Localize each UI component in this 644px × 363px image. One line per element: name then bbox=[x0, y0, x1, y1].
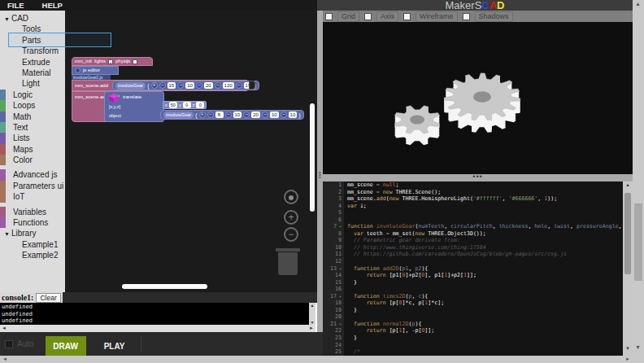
code-editor[interactable]: 1mm_scene = null;2mm_scene = new THREE.S… bbox=[323, 182, 633, 356]
arg-value-field[interactable]: 8 bbox=[215, 112, 224, 118]
grid-checkbox[interactable] bbox=[325, 13, 333, 20]
sidebar-item-color[interactable]: Color bbox=[0, 155, 65, 165]
remove-arg-icon[interactable]: − bbox=[177, 82, 184, 89]
scroll-right-icon[interactable]: ► bbox=[625, 356, 630, 363]
involute-gear-call-2[interactable]: involuteGear(+−8−10−20−10−10) bbox=[160, 110, 304, 120]
sidebar-item-material[interactable]: Material bbox=[0, 68, 65, 78]
add-arg-icon[interactable]: + bbox=[199, 112, 206, 118]
console-horizontal-scrollbar[interactable]: ◄ ► bbox=[0, 325, 315, 332]
sidebar-item-math[interactable]: Math bbox=[0, 112, 65, 122]
remove-arg-icon[interactable]: − bbox=[159, 82, 166, 89]
fold-marker-icon[interactable]: ▾ bbox=[337, 224, 342, 229]
sidebar-item-iot[interactable]: IoT bbox=[0, 191, 65, 202]
play-button[interactable]: PLAY bbox=[97, 336, 133, 356]
editor-line[interactable]: 2mm_scene = new THREE.Scene(); bbox=[323, 189, 633, 196]
3d-viewport[interactable] bbox=[323, 22, 633, 174]
page-vertical-scrollbar[interactable]: ▲ ▼ bbox=[633, 0, 644, 363]
menu-help[interactable]: HELP bbox=[42, 1, 63, 10]
arg-value-field[interactable]: 10 bbox=[185, 82, 194, 89]
scroll-up-icon[interactable]: ▲ bbox=[311, 303, 315, 308]
scroll-left-icon[interactable]: ◄ bbox=[2, 325, 7, 332]
sidebar-item-variables[interactable]: Variables bbox=[0, 207, 65, 217]
sidebar-item-light[interactable]: Light bbox=[0, 78, 65, 89]
remove-arg-icon[interactable]: − bbox=[236, 82, 242, 89]
zoom-reset-button[interactable] bbox=[284, 190, 298, 204]
shadows-checkbox[interactable] bbox=[463, 13, 470, 20]
vertical-splitter[interactable]: ••• bbox=[317, 11, 323, 356]
editor-line[interactable]: 8 var teeth = mm_set(new THREE.Object3D(… bbox=[323, 230, 633, 238]
sidebar-item-loops[interactable]: Loops bbox=[0, 100, 65, 111]
scroll-up-icon[interactable]: ▲ bbox=[635, 1, 641, 7]
editor-line[interactable]: 13 ▾ function add2D(p1, p2){ bbox=[323, 265, 633, 273]
remove-arg-icon[interactable]: − bbox=[262, 112, 268, 118]
lights-field-checkbox[interactable]: ✓ bbox=[108, 59, 113, 64]
involute-gear-call-1[interactable]: involuteGear(+−15−10−20−120−15) bbox=[112, 81, 259, 90]
sidebar-item-example1[interactable]: Example1 bbox=[0, 239, 65, 250]
console-vertical-scrollbar[interactable]: ▲ ▼ bbox=[309, 303, 315, 325]
remove-arg-icon[interactable]: − bbox=[215, 82, 221, 89]
editor-line[interactable]: 20 bbox=[323, 313, 633, 321]
blockly-workspace[interactable]: mm_init lights✓physijs js editor involut… bbox=[65, 11, 317, 292]
sidebar-item-functions[interactable]: Functions bbox=[0, 217, 65, 228]
editor-line[interactable]: 18 return [p[0]*c, p[1]*c]; bbox=[323, 300, 633, 307]
editor-line[interactable]: 12 bbox=[323, 258, 633, 265]
arg-value-field[interactable]: 10 bbox=[233, 112, 242, 118]
editor-line[interactable]: 1mm_scene = null; bbox=[323, 182, 633, 189]
js-editor-block[interactable]: js editor bbox=[72, 66, 119, 75]
tree-expand-icon[interactable]: ▼ bbox=[4, 231, 10, 237]
x-coord-value[interactable]: 50 bbox=[169, 102, 177, 108]
zoom-out-button[interactable]: − bbox=[284, 227, 298, 242]
scroll-right-icon[interactable]: ► bbox=[309, 325, 314, 332]
sidebar-item-maps[interactable]: Maps bbox=[0, 144, 65, 155]
editor-line[interactable]: 10 // http://www.thingiverse.com/thing:1… bbox=[323, 244, 633, 251]
scroll-down-icon[interactable]: ▼ bbox=[625, 346, 630, 351]
editor-line[interactable]: 4var i; bbox=[323, 203, 633, 210]
arg-value-field[interactable]: 15 bbox=[168, 82, 176, 89]
y-coord-value[interactable]: 0 bbox=[183, 102, 191, 108]
editor-line[interactable]: 22 return [p[1], -p[0]]; bbox=[323, 327, 633, 335]
xyz-values-block[interactable]: x50y0z0 bbox=[163, 101, 207, 109]
scroll-down-icon[interactable]: ▼ bbox=[635, 344, 641, 350]
sidebar-item-logic[interactable]: Logic bbox=[0, 90, 65, 100]
remove-arg-icon[interactable]: − bbox=[225, 112, 232, 118]
sidebar-item-transform[interactable]: Transform bbox=[0, 46, 65, 56]
translate-block[interactable]: translate [x,y,z] object bbox=[104, 91, 164, 122]
arg-value-field[interactable]: 20 bbox=[204, 82, 213, 89]
editor-line[interactable]: 5 bbox=[323, 209, 633, 216]
sidebar-item-parameters-ui[interactable]: Parameters ui bbox=[0, 181, 65, 191]
editor-line[interactable]: 14 return [p1[0]+p2[0], p1[1]+p2[1]]; bbox=[323, 272, 633, 279]
tree-expand-icon[interactable]: ▼ bbox=[4, 16, 10, 22]
auto-checkbox[interactable] bbox=[5, 340, 13, 348]
page-scroll-thumb[interactable] bbox=[634, 203, 642, 281]
mm-init-block[interactable]: mm_init lights✓physijs bbox=[72, 57, 153, 66]
arg-value-field[interactable]: 20 bbox=[251, 112, 260, 118]
editor-line[interactable]: 7 ▾function involuteGear(numTeeth, circu… bbox=[323, 223, 633, 230]
sidebar-item-advanced-js[interactable]: Advanced js bbox=[0, 169, 65, 180]
sidebar-item-cad[interactable]: ▼CAD bbox=[0, 13, 65, 24]
scroll-up-icon[interactable]: ▲ bbox=[625, 182, 630, 187]
add-arg-icon[interactable]: + bbox=[151, 82, 158, 89]
editor-line[interactable]: 23 } bbox=[323, 335, 633, 342]
remove-arg-icon[interactable]: − bbox=[196, 82, 202, 89]
zoom-in-button[interactable]: + bbox=[284, 210, 298, 225]
remove-arg-icon[interactable]: − bbox=[207, 112, 214, 118]
console-clear-button[interactable]: Clear bbox=[36, 293, 60, 303]
editor-line[interactable]: 24 bbox=[323, 342, 633, 349]
physijs-field-checkbox[interactable] bbox=[133, 59, 137, 64]
sidebar-item-library[interactable]: ▼Library bbox=[0, 228, 65, 238]
workspace-horizontal-scrollbar[interactable] bbox=[122, 284, 207, 289]
editor-line[interactable]: 6 bbox=[323, 216, 633, 224]
sidebar-item-text[interactable]: Text bbox=[0, 122, 65, 133]
remove-arg-icon[interactable]: − bbox=[243, 112, 250, 118]
fold-marker-icon[interactable]: ▾ bbox=[337, 321, 342, 326]
editor-line[interactable]: 9 // Parametric gear derivate from: bbox=[323, 237, 633, 244]
page-horizontal-scrollbar[interactable]: ◄ ► bbox=[0, 356, 633, 363]
sidebar-item-example2[interactable]: Example2 bbox=[0, 250, 65, 260]
editor-line[interactable]: 25 /* bbox=[323, 348, 633, 356]
editor-line[interactable]: 17 ▾ function times2D(p, c){ bbox=[323, 293, 633, 300]
menu-file[interactable]: FILE bbox=[7, 1, 24, 10]
editor-line[interactable]: 16 bbox=[323, 286, 633, 293]
workspace-vertical-scrollbar[interactable] bbox=[310, 103, 315, 212]
arg-value-field[interactable]: 120 bbox=[223, 82, 234, 89]
sidebar-item-extrude[interactable]: Extrude bbox=[0, 57, 65, 68]
